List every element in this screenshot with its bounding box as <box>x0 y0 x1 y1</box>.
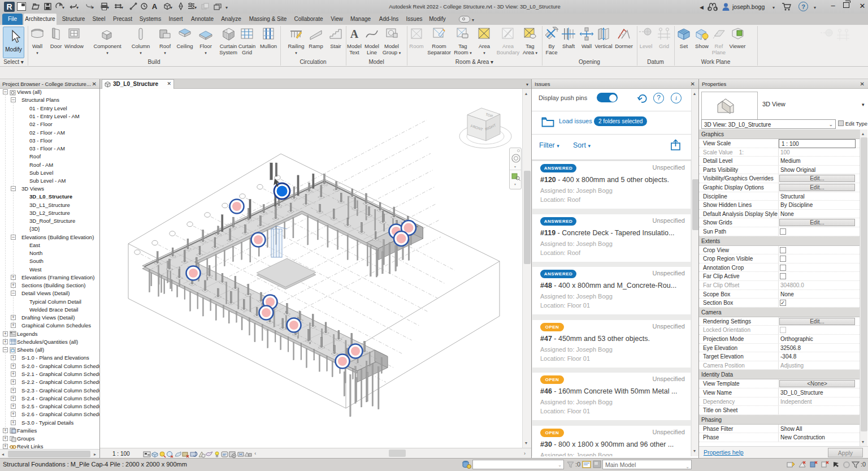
svg-text:A: A <box>350 28 359 40</box>
svg-text:A: A <box>152 2 158 11</box>
